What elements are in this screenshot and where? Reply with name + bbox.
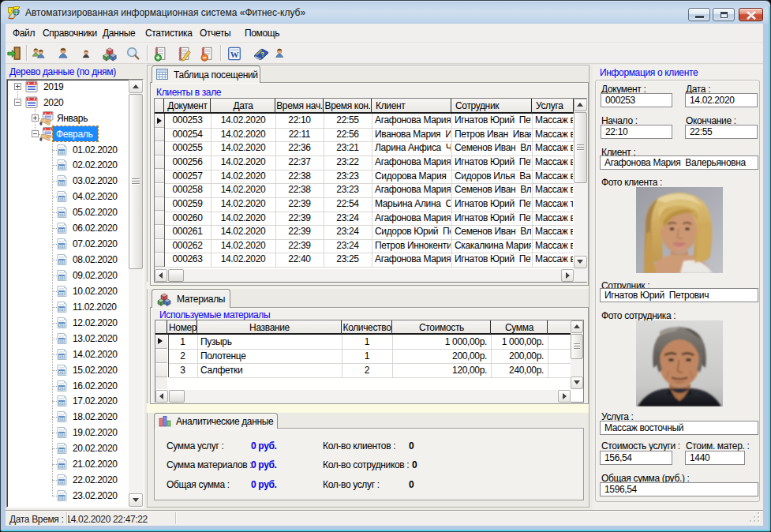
- svg-text:W: W: [230, 50, 239, 59]
